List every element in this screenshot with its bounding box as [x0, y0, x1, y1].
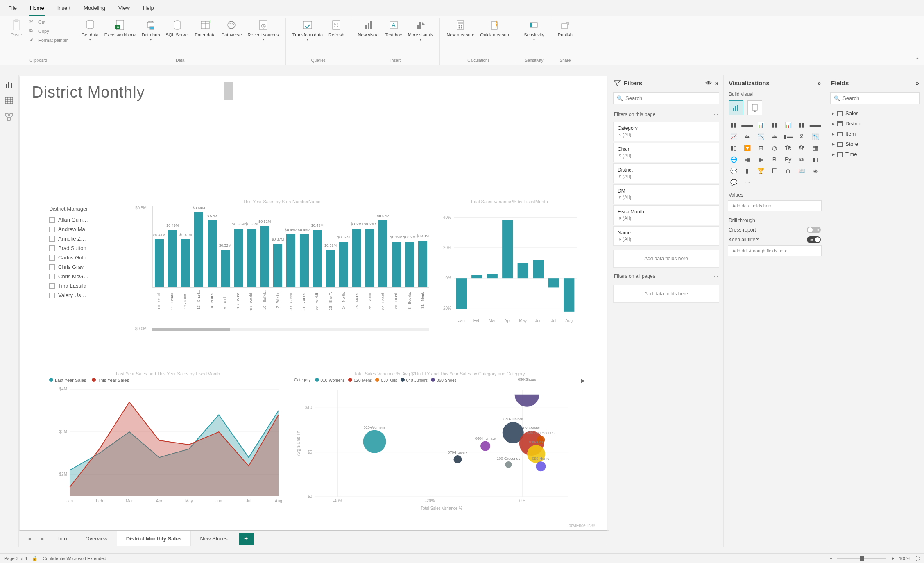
- slicer-item[interactable]: Tina Lassila: [49, 281, 123, 291]
- visual-type-icon[interactable]: 🔽: [741, 143, 753, 153]
- visual-type-icon[interactable]: ⛰: [741, 132, 753, 141]
- cross-report-toggle[interactable]: Off: [807, 227, 821, 233]
- slicer-item[interactable]: Andrew Ma: [49, 225, 123, 234]
- sensitivity-button[interactable]: Sensitivity▼: [521, 18, 547, 43]
- enter-data-button[interactable]: +Enter data: [192, 18, 218, 39]
- zoom-slider[interactable]: [837, 558, 886, 559]
- tab-overview[interactable]: Overview: [76, 531, 117, 546]
- tab-info[interactable]: Info: [49, 531, 77, 546]
- visual-type-icon[interactable]: ▬▬: [810, 120, 821, 130]
- filter-card[interactable]: Districtis (All): [613, 163, 719, 183]
- bar[interactable]: $0.50M: [234, 229, 243, 287]
- bar[interactable]: $0.45M: [286, 234, 295, 287]
- tab-new-stores[interactable]: New Stores: [191, 531, 237, 546]
- bar[interactable]: [456, 278, 467, 309]
- add-page-button[interactable]: +: [239, 533, 254, 545]
- filter-card[interactable]: DMis (All): [613, 184, 719, 204]
- bar[interactable]: $0.32M: [326, 250, 335, 287]
- bar[interactable]: [533, 260, 544, 279]
- visual-type-icon[interactable]: 📊: [755, 120, 767, 130]
- visual-type-icon[interactable]: ◧: [810, 154, 821, 164]
- visual-type-icon[interactable]: ▮▮: [769, 120, 780, 130]
- fit-page-button[interactable]: ⛶: [915, 556, 920, 561]
- excel-button[interactable]: XExcel workbook: [102, 18, 138, 39]
- visual-type-icon[interactable]: ▮▮: [796, 120, 807, 130]
- data-hub-button[interactable]: Data hub▼: [139, 18, 163, 43]
- publish-button[interactable]: Publish: [555, 18, 575, 39]
- paste-button[interactable]: Paste: [7, 18, 26, 39]
- category-scatter-chart[interactable]: Total Sales Variance %, Avg $/Unit TY an…: [294, 371, 585, 530]
- format-painter-button[interactable]: 🖌Format painter: [27, 36, 70, 45]
- page-filter-drop[interactable]: Add data fields here: [613, 250, 719, 268]
- visual-type-icon[interactable]: ▦: [810, 143, 821, 153]
- slicer-item[interactable]: Brad Sutton: [49, 243, 123, 253]
- slicer-item[interactable]: Allan Guin…: [49, 215, 123, 225]
- menu-help[interactable]: Help: [142, 2, 155, 16]
- bar[interactable]: $0.50M: [365, 229, 374, 287]
- visual-type-icon[interactable]: ◔: [769, 143, 780, 153]
- menu-home[interactable]: Home: [29, 2, 45, 16]
- bar[interactable]: $0.41M: [181, 239, 190, 287]
- report-view-icon[interactable]: [5, 80, 14, 89]
- visual-type-icon[interactable]: ▦: [755, 154, 767, 164]
- slicer-item[interactable]: Annelie Z…: [49, 234, 123, 243]
- dataverse-button[interactable]: Dataverse: [219, 18, 244, 39]
- visual-type-icon[interactable]: 💬: [728, 177, 739, 187]
- bar[interactable]: $0.40M: [418, 241, 427, 287]
- visual-type-icon[interactable]: R: [769, 154, 780, 164]
- filters-page-more-icon[interactable]: ⋯: [713, 111, 718, 117]
- drill-field-drop[interactable]: Add drill-through fields here: [728, 245, 822, 256]
- bar1-scrollbar[interactable]: [152, 328, 429, 331]
- district-manager-slicer[interactable]: District Manager Allan Guin…Andrew MaAnn…: [49, 206, 123, 300]
- field-table[interactable]: ▶Sales: [826, 108, 924, 118]
- recent-sources-button[interactable]: Recent sources▼: [245, 18, 281, 43]
- slicer-item[interactable]: Chris McG…: [49, 272, 123, 281]
- refresh-button[interactable]: Refresh: [326, 18, 347, 39]
- visual-type-icon[interactable]: Py: [782, 154, 794, 164]
- values-field-drop[interactable]: Add data fields here: [728, 200, 822, 211]
- scatter-point[interactable]: [536, 461, 546, 471]
- bar[interactable]: [487, 274, 498, 278]
- format-visual-tab[interactable]: [747, 100, 762, 115]
- field-table[interactable]: ▶Time: [826, 149, 924, 159]
- menu-modeling[interactable]: Modeling: [83, 2, 106, 16]
- visual-type-icon[interactable]: 🗺: [782, 143, 794, 153]
- this-year-sales-bar-chart[interactable]: This Year Sales by StoreNumberName $0.5M…: [134, 199, 429, 338]
- report-canvas[interactable]: District Monthly District Manager Allan …: [20, 76, 607, 530]
- visual-type-icon[interactable]: ⊞: [755, 143, 767, 153]
- visual-type-icon[interactable]: ⛰: [769, 132, 780, 141]
- bar[interactable]: [564, 278, 574, 312]
- bar[interactable]: $0.39M: [405, 242, 414, 287]
- bar[interactable]: $0.32M: [221, 250, 230, 287]
- visual-type-icon[interactable]: ⧠: [769, 166, 780, 176]
- build-visual-tab[interactable]: [729, 100, 743, 115]
- slicer-item[interactable]: Valery Us…: [49, 291, 123, 300]
- bar[interactable]: $0.50M: [247, 229, 256, 287]
- filters-search-input[interactable]: [625, 95, 716, 101]
- bar[interactable]: $0.64M: [194, 212, 203, 287]
- fields-search-input[interactable]: [842, 95, 916, 101]
- bar[interactable]: $0.39M: [392, 242, 401, 287]
- visual-type-icon[interactable]: ⧉: [796, 154, 807, 164]
- visual-type-icon[interactable]: ▮▮: [728, 120, 739, 130]
- more-visuals-button[interactable]: More visuals▼: [405, 18, 436, 43]
- sql-button[interactable]: SQL Server: [163, 18, 191, 39]
- collapse-filters-icon[interactable]: »: [715, 79, 718, 86]
- visual-type-icon[interactable]: 🗺: [796, 143, 807, 153]
- filters-all-more-icon[interactable]: ⋯: [713, 273, 718, 279]
- get-data-button[interactable]: Get data▼: [79, 18, 101, 43]
- visual-type-icon[interactable]: 📖: [796, 166, 807, 176]
- menu-view[interactable]: View: [118, 2, 131, 16]
- filter-card[interactable]: Chainis (All): [613, 143, 719, 162]
- visual-type-icon[interactable]: 📉: [755, 132, 767, 141]
- filter-card[interactable]: FiscalMonthis (All): [613, 205, 719, 225]
- copy-button[interactable]: ⧉Copy: [27, 27, 70, 36]
- scatter-point[interactable]: [480, 441, 490, 451]
- visual-type-icon[interactable]: 💬: [728, 166, 739, 176]
- cut-button[interactable]: ✂Cut: [27, 18, 70, 27]
- visual-type-icon[interactable]: ◈: [810, 166, 821, 176]
- visual-type-icon[interactable]: 🎗: [796, 132, 807, 141]
- field-table[interactable]: ▶Item: [826, 129, 924, 139]
- slicer-item[interactable]: Chris Gray: [49, 262, 123, 272]
- field-table[interactable]: ▶District: [826, 118, 924, 129]
